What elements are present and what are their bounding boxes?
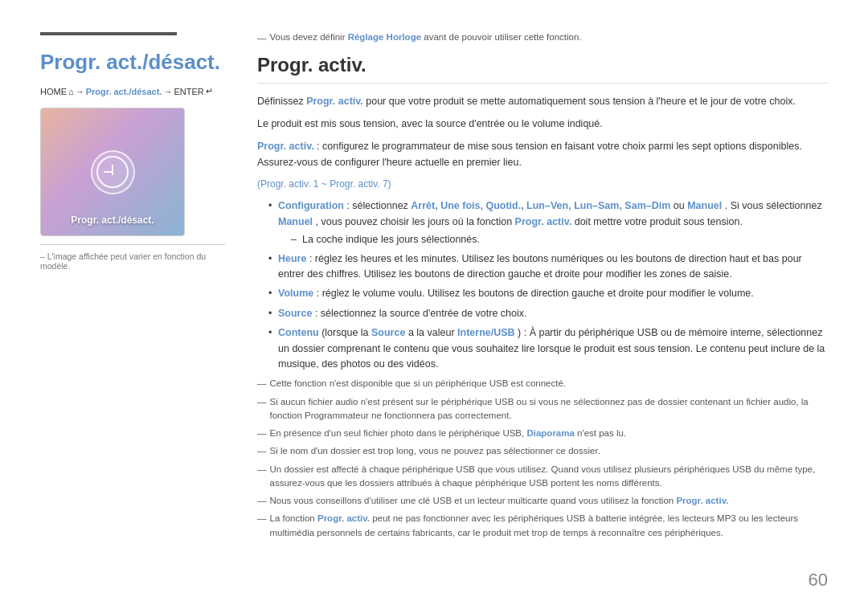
top-note: ― Vous devez définir Réglage Horloge ava… — [257, 32, 828, 43]
page-title: Progr. act./désact. — [40, 50, 225, 75]
clock-circle — [91, 150, 135, 194]
page-number: 60 — [809, 570, 828, 591]
enter-icon: ↵ — [206, 86, 213, 96]
top-note-content: Vous devez définir Réglage Horloge avant… — [270, 32, 582, 42]
sub-bullet-coche: La coche indique les jours sélectionnés. — [291, 232, 828, 247]
paragraph-2: Le produit est mis sous tension, avec la… — [257, 116, 828, 132]
clock-face — [96, 156, 129, 188]
bullet-heure-label: Heure — [278, 253, 306, 264]
right-content: Définissez Progr. activ. pour que votre … — [257, 93, 828, 540]
bullet-volume-label: Volume — [278, 288, 313, 299]
top-note-highlight: Réglage Horloge — [348, 32, 421, 42]
top-note-rest: avant de pouvoir utiliser cette fonction… — [421, 32, 581, 42]
paragraph-1: Définissez Progr. activ. pour que votre … — [257, 93, 828, 109]
top-note-text: Vous devez définir — [270, 32, 348, 42]
sub-note: (Progr. activ. 1 ~ Progr. activ. 7) — [257, 177, 828, 192]
bullet-list: Configuration : sélectionnez Arrêt, Une … — [257, 198, 828, 372]
section-title: Progr. activ. — [257, 54, 828, 84]
para1-text: Définissez — [257, 96, 306, 107]
note-usb-connected: ― Cette fonction n'est disponible que si… — [257, 377, 828, 390]
para1-highlight: Progr. activ. — [306, 96, 363, 107]
note-usb-cle: ― Nous vous conseillons d'utiliser une c… — [257, 494, 828, 508]
right-column: ― Vous devez définir Réglage Horloge ava… — [257, 32, 828, 581]
sub-bullet-config: La coche indique les jours sélectionnés. — [278, 232, 828, 247]
bullet-source-label: Source — [278, 308, 312, 319]
bullet-config-text: : sélectionnez — [346, 200, 411, 211]
para3-rest: : configurez le programmateur de mise so… — [257, 141, 802, 168]
para1-rest: pour que votre produit se mette automati… — [363, 96, 796, 107]
bullet-config-options: Arrêt, Une fois, Quotid., Lun–Ven, Lun–S… — [411, 200, 670, 211]
breadcrumb-link[interactable]: Progr. act./désact. — [86, 87, 162, 96]
home-icon: ⌂ — [68, 87, 74, 96]
page-container: Progr. act./désact. HOME ⌂ → Progr. act.… — [0, 0, 868, 613]
bullet-heure-text: : réglez les heures et les minutes. Util… — [278, 253, 802, 280]
bullet-heure: Heure : réglez les heures et les minutes… — [268, 251, 828, 283]
breadcrumb-enter: ENTER — [174, 87, 203, 96]
bullet-configuration: Configuration : sélectionnez Arrêt, Une … — [268, 198, 828, 247]
bullet-volume-text: : réglez le volume voulu. Utilisez les b… — [317, 288, 754, 299]
bullet-volume: Volume : réglez le volume voulu. Utilise… — [268, 286, 828, 301]
image-note: – L'image affichée peut varier en foncti… — [40, 244, 225, 271]
device-image: Progr. act./désact. — [40, 108, 185, 236]
note-diaporama: ― En présence d'un seul fichier photo da… — [257, 427, 828, 440]
bullet-source: Source : sélectionnez la source d'entrée… — [268, 306, 828, 321]
note-battery-usb: ― La fonction Progr. activ. peut ne pas … — [257, 512, 828, 540]
bullet-contenu-label: Contenu — [278, 327, 319, 338]
note-audio-file: ― Si aucun fichier audio n'est présent s… — [257, 395, 828, 423]
clock-hands — [98, 157, 127, 186]
paragraph-3: Progr. activ. : configurez le programmat… — [257, 138, 828, 170]
device-label: Progr. act./désact. — [71, 215, 154, 226]
note-usb-multiple: ― Un dossier est affecté à chaque périph… — [257, 463, 828, 491]
top-bar-decoration — [40, 32, 177, 35]
bullet-config-label: Configuration — [278, 200, 344, 211]
note-folder-name: ― Si le nom d'un dossier est trop long, … — [257, 444, 828, 458]
para3-highlight: Progr. activ. — [257, 141, 314, 152]
bullet-config-manuel: Manuel — [687, 200, 722, 211]
breadcrumb-home: HOME — [40, 87, 67, 96]
left-column: Progr. act./désact. HOME ⌂ → Progr. act.… — [40, 32, 225, 581]
breadcrumb-arrow1: → — [76, 87, 84, 96]
breadcrumb: HOME ⌂ → Progr. act./désact. → ENTER ↵ — [40, 86, 225, 96]
top-note-dash: ― — [257, 33, 267, 43]
breadcrumb-arrow2: → — [163, 87, 172, 96]
bullet-contenu: Contenu (lorsque la Source a la valeur I… — [268, 325, 828, 372]
bullet-source-text: : sélectionnez la source d'entrée de vot… — [315, 308, 527, 319]
